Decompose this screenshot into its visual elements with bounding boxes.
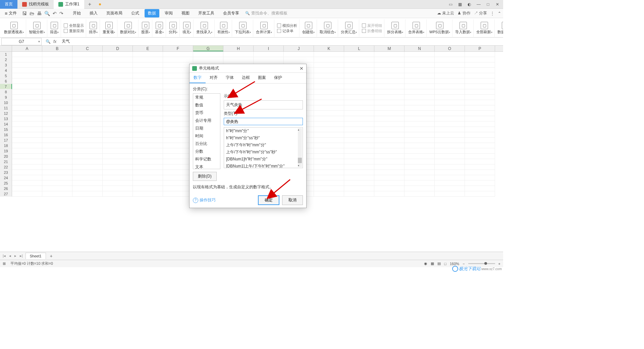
print-icon[interactable]: 🖶	[37, 11, 42, 16]
row-header[interactable]: 14	[0, 121, 12, 127]
row-header[interactable]: 26	[0, 186, 12, 191]
row-header[interactable]: 7	[0, 84, 12, 89]
cell[interactable]	[103, 181, 133, 186]
cell[interactable]	[72, 52, 103, 57]
cell[interactable]	[42, 116, 72, 121]
cell[interactable]	[42, 111, 72, 116]
cell[interactable]	[12, 116, 42, 121]
select-all-corner[interactable]	[0, 46, 12, 51]
cell[interactable]	[374, 164, 405, 170]
cell[interactable]	[103, 57, 133, 62]
cell[interactable]	[405, 132, 435, 138]
format-item[interactable]: h"时"mm"分"	[224, 128, 303, 135]
cell[interactable]	[12, 79, 42, 84]
cell[interactable]	[465, 121, 495, 127]
cell[interactable]	[344, 73, 374, 79]
cell[interactable]	[103, 100, 133, 105]
zoom-out[interactable]: −	[463, 262, 465, 266]
menu-公式[interactable]: 公式	[128, 9, 143, 17]
col-header-N[interactable]: N	[405, 46, 435, 51]
cell[interactable]	[133, 52, 163, 57]
cell[interactable]	[405, 186, 435, 191]
cell[interactable]	[133, 186, 163, 191]
cell[interactable]	[374, 111, 405, 116]
cell[interactable]	[314, 132, 344, 138]
cell[interactable]	[163, 121, 193, 127]
cell[interactable]	[133, 154, 163, 159]
undo-icon[interactable]: ↶	[53, 11, 57, 16]
zoom-in[interactable]: +	[498, 262, 500, 266]
row-header[interactable]: 22	[0, 164, 12, 170]
cell[interactable]	[465, 62, 495, 68]
category-item[interactable]: 常规	[193, 94, 220, 101]
cell[interactable]	[163, 181, 193, 186]
cell[interactable]	[465, 105, 495, 111]
cell[interactable]	[103, 89, 133, 95]
cell[interactable]	[163, 164, 193, 170]
menu-开发工具[interactable]: 开发工具	[195, 9, 218, 17]
cell[interactable]	[374, 132, 405, 138]
cell[interactable]	[314, 57, 344, 62]
cell[interactable]	[72, 138, 103, 143]
row-header[interactable]: 11	[0, 105, 12, 111]
cell[interactable]	[465, 95, 495, 100]
cell[interactable]	[12, 105, 42, 111]
row-header[interactable]: 24	[0, 175, 12, 181]
cell[interactable]	[344, 89, 374, 95]
cell[interactable]	[163, 79, 193, 84]
cell[interactable]	[344, 191, 374, 197]
ribbon-sub-全部显示[interactable]: 全部显示	[64, 23, 84, 28]
cell[interactable]	[12, 95, 42, 100]
ribbon-取消组合[interactable]: ▢取消组合▾	[320, 22, 336, 35]
view-eye-icon[interactable]: ◉	[424, 261, 427, 266]
cell[interactable]	[42, 191, 72, 197]
cell[interactable]	[374, 84, 405, 89]
cell[interactable]	[133, 138, 163, 143]
cell[interactable]	[42, 164, 72, 170]
cell[interactable]	[374, 89, 405, 95]
cell[interactable]	[465, 170, 495, 175]
cell[interactable]	[163, 105, 193, 111]
ribbon-全部刷新[interactable]: ▢全部刷新▾	[476, 22, 492, 35]
cell[interactable]	[344, 105, 374, 111]
cell[interactable]	[133, 175, 163, 181]
cell[interactable]	[344, 186, 374, 191]
cell[interactable]	[405, 154, 435, 159]
row-header[interactable]: 15	[0, 127, 12, 132]
cell[interactable]	[163, 95, 193, 100]
cell[interactable]	[12, 127, 42, 132]
cell[interactable]	[314, 100, 344, 105]
cell[interactable]	[42, 170, 72, 175]
cell[interactable]	[72, 100, 103, 105]
cell[interactable]	[344, 154, 374, 159]
cell[interactable]	[12, 175, 42, 181]
row-header[interactable]: 16	[0, 132, 12, 138]
cell[interactable]	[465, 111, 495, 116]
cell[interactable]	[344, 57, 374, 62]
cell[interactable]	[72, 154, 103, 159]
category-item[interactable]: 货币	[193, 109, 220, 117]
cell[interactable]	[435, 62, 465, 68]
maximize-icon[interactable]: □	[485, 1, 491, 7]
cell[interactable]	[103, 186, 133, 191]
sheet-nav-prev[interactable]: ◂	[8, 254, 12, 258]
col-header-A[interactable]: A	[12, 46, 42, 51]
ribbon-sub-重新应用[interactable]: 重新应用	[64, 29, 84, 34]
preview-icon[interactable]: 🔍	[44, 11, 50, 16]
cell[interactable]	[12, 100, 42, 105]
cell[interactable]	[435, 57, 465, 62]
cell[interactable]	[344, 121, 374, 127]
cell[interactable]	[223, 57, 254, 62]
cell[interactable]	[12, 111, 42, 116]
sheet-nav-last[interactable]: ▸|	[19, 254, 23, 258]
cell[interactable]	[374, 154, 405, 159]
tab-template[interactable]: 找稻壳模板	[17, 0, 54, 9]
cell[interactable]	[374, 121, 405, 127]
ribbon-sub-模拟分析[interactable]: 模拟分析	[277, 23, 297, 28]
category-item[interactable]: 会计专用	[193, 117, 220, 124]
cell[interactable]	[72, 57, 103, 62]
cell[interactable]	[405, 52, 435, 57]
cell[interactable]	[72, 116, 103, 121]
cell[interactable]	[435, 148, 465, 154]
cell[interactable]	[405, 57, 435, 62]
